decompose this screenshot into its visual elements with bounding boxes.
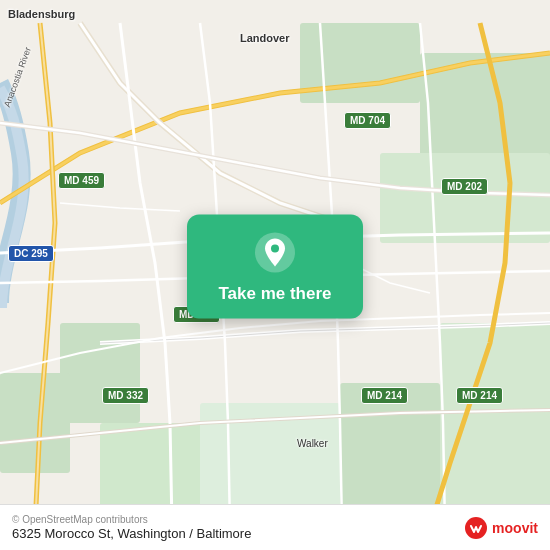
shield-md214-left: MD 214 — [361, 387, 408, 404]
svg-rect-2 — [380, 153, 550, 243]
svg-point-10 — [271, 244, 279, 252]
shield-dc295: DC 295 — [8, 245, 54, 262]
location-pin-icon — [253, 230, 297, 274]
shield-md214-right: MD 214 — [456, 387, 503, 404]
map-container: MD 459 MD 704 MD 704 MD 202 DC 295 MD 21… — [0, 0, 550, 550]
label-landover: Landover — [240, 32, 290, 44]
popup-card[interactable]: Take me there — [187, 214, 363, 318]
bottom-bar: © OpenStreetMap contributors 6325 Morocc… — [0, 504, 550, 550]
copyright-text: © OpenStreetMap contributors — [12, 514, 251, 525]
moovit-logo-text: moovit — [492, 520, 538, 536]
shield-md704-top: MD 704 — [344, 112, 391, 129]
svg-rect-3 — [60, 323, 140, 423]
moovit-logo: moovit — [464, 516, 538, 540]
shield-md202: MD 202 — [441, 178, 488, 195]
moovit-logo-icon — [464, 516, 488, 540]
label-walker: Walker — [297, 438, 328, 449]
svg-rect-7 — [440, 323, 550, 527]
take-me-there-button[interactable]: Take me there — [218, 284, 331, 304]
label-bladensburg: Bladensburg — [8, 8, 75, 20]
address-text: 6325 Morocco St, Washington / Baltimore — [12, 526, 251, 541]
svg-rect-4 — [0, 373, 70, 473]
shield-md459: MD 459 — [58, 172, 105, 189]
shield-md332: MD 332 — [102, 387, 149, 404]
